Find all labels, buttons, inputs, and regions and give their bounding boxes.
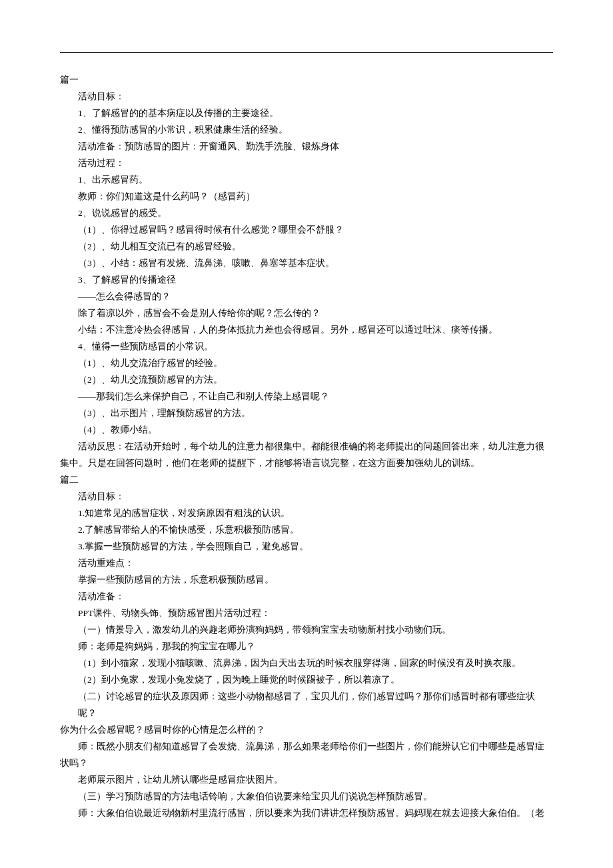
text-line: 活动准备： bbox=[60, 588, 553, 605]
text-line: PPT课件、动物头饰、预防感冒图片活动过程： bbox=[60, 605, 553, 621]
text-line: ——怎么会得感冒的？ bbox=[60, 288, 553, 305]
text-line: 活动反思：在活动开始时，每个幼儿的注意力都很集中。都能很准确的将老师提出的问题回… bbox=[60, 438, 553, 455]
text-line: （3）、小结：感冒有发烧、流鼻涕、咳嗽、鼻塞等基本症状。 bbox=[60, 255, 553, 271]
text-line: （2）、幼儿相互交流已有的感冒经验。 bbox=[60, 238, 553, 255]
text-line: 2、说说感冒的感受。 bbox=[60, 205, 553, 221]
text-line: 活动过程： bbox=[60, 155, 553, 171]
text-line: 4、懂得一些预防感冒的小常识。 bbox=[60, 338, 553, 355]
text-line: 你为什么会感冒呢？感冒时你的心情是怎么样的？ bbox=[60, 721, 553, 738]
text-line: 小结：不注意冷热会得感冒，人的身体抵抗力差也会得感冒。另外，感冒还可以通过吐沫、… bbox=[60, 321, 553, 338]
text-line: （4）、教师小结。 bbox=[60, 421, 553, 438]
text-line: 集中。只是在回答问题时，他们在老师的提醒下，才能够将语言说完整，在这方面要加强幼… bbox=[60, 455, 553, 471]
text-line: 状吗？ bbox=[60, 755, 553, 771]
text-line: 2.了解感冒带给人的不愉快感受，乐意积极预防感冒。 bbox=[60, 521, 553, 538]
text-line: （三）学习预防感冒的方法电话铃响，大象伯伯说要来给宝贝儿们说说怎样预防感冒。 bbox=[60, 788, 553, 805]
text-line: （2）、幼儿交流预防感冒的方法。 bbox=[60, 371, 553, 388]
text-line: （1）到小猫家，发现小猫咳嗽、流鼻涕，因为白天出去玩的时候衣服穿得薄，回家的时候… bbox=[60, 655, 553, 671]
document-body: 篇一活动目标：1、了解感冒的的基本病症以及传播的主要途径。2、懂得预防感冒的小常… bbox=[60, 71, 553, 821]
text-line: 篇一 bbox=[60, 71, 553, 88]
text-line: 掌握一些预防感冒的方法，乐意积极预防感冒。 bbox=[60, 571, 553, 588]
text-line: 1、出示感冒药。 bbox=[60, 171, 553, 188]
text-line: （3）、出示图片，理解预防感冒的方法。 bbox=[60, 405, 553, 421]
text-line: （一）情景导入，激发幼儿的兴趣老师扮演狗妈妈，带领狗宝宝去动物新村找小动物们玩。 bbox=[60, 621, 553, 638]
text-line: 3.掌握一些预防感冒的方法，学会照顾自己，避免感冒。 bbox=[60, 538, 553, 555]
text-line: （1）、你得过感冒吗？感冒得时候有什么感觉？哪里会不舒服？ bbox=[60, 221, 553, 238]
text-line: （二）讨论感冒的症状及原因师：这些小动物都感冒了，宝贝儿们，你们感冒过吗？那你们… bbox=[60, 688, 553, 721]
text-line: （1）、幼儿交流治疗感冒的经验。 bbox=[60, 355, 553, 371]
text-line: 教师：你们知道这是什么药吗？（感冒药） bbox=[60, 188, 553, 205]
text-line: 3、了解感冒的传播途径 bbox=[60, 271, 553, 288]
text-line: 活动重难点： bbox=[60, 555, 553, 571]
text-line: 2、懂得预防感冒的小常识，积累健康生活的经验。 bbox=[60, 121, 553, 138]
top-rule bbox=[60, 52, 553, 53]
text-line: 活动目标： bbox=[60, 88, 553, 105]
text-line: 篇二 bbox=[60, 471, 553, 488]
text-line: 除了着凉以外，感冒会不会是别人传给你的呢？怎么传的？ bbox=[60, 305, 553, 321]
text-line: （2）到小兔家，发现小兔发烧了，因为晚上睡觉的时候踢被子，所以着凉了。 bbox=[60, 671, 553, 688]
text-line: 活动准备：预防感冒的图片：开窗通风、勤洗手洗脸、锻炼身体 bbox=[60, 138, 553, 155]
document-page: 篇一活动目标：1、了解感冒的的基本病症以及传播的主要途径。2、懂得预防感冒的小常… bbox=[0, 0, 613, 848]
text-line: 活动目标： bbox=[60, 488, 553, 505]
text-line: 1.知道常见的感冒症状，对发病原因有粗浅的认识。 bbox=[60, 505, 553, 521]
text-line: 1、了解感冒的的基本病症以及传播的主要途径。 bbox=[60, 105, 553, 121]
text-line: ——那我们怎么来保护自己，不让自己和别人传染上感冒呢？ bbox=[60, 388, 553, 405]
text-line: 师：既然小朋友们都知道感冒了会发烧、流鼻涕，那么如果老师给你们一些图片，你们能辨… bbox=[60, 738, 553, 755]
text-line: 师：大象伯伯说最近动物新村里流行感冒，所以要来为我们讲讲怎样预防感冒。妈妈现在就… bbox=[60, 805, 553, 821]
text-line: 老师展示图片，让幼儿辨认哪些是感冒症状图片。 bbox=[60, 771, 553, 788]
text-line: 师：老师是狗妈妈，那我的狗宝宝在哪儿？ bbox=[60, 638, 553, 655]
